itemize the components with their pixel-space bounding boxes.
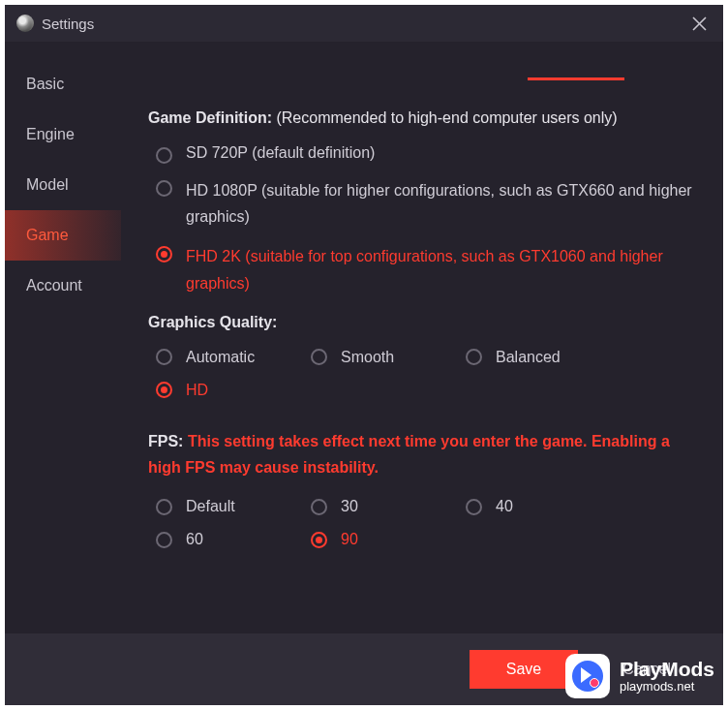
fps-options: Default 30 40 60 90 [148,498,694,564]
window-title: Settings [42,15,94,32]
radio-label: Default [186,498,235,515]
watermark-text: PlayMods playmods.net [620,659,714,694]
quality-options: Automatic Smooth Balanced HD [148,349,694,415]
tab-indicator [528,77,624,80]
titlebar: Settings [5,5,723,42]
definition-option-sd[interactable]: SD 720P (default definition) [148,144,694,164]
radio-label: 60 [186,531,203,548]
app-icon [16,15,34,32]
fps-title-text: FPS: [148,433,188,449]
quality-option-automatic[interactable]: Automatic [156,349,311,366]
radio-label: HD 1080P (suitable for higher configurat… [186,177,694,230]
radio-icon[interactable] [466,499,482,515]
content-panel: Game Definition: (Recommended to high-en… [121,42,723,705]
radio-icon[interactable] [156,180,172,197]
radio-label: HD [186,382,208,399]
watermark-sub: playmods.net [620,680,714,694]
fps-option-30[interactable]: 30 [311,498,466,515]
fps-note-text: This setting takes effect next time you … [148,433,670,476]
radio-label: Balanced [496,349,561,366]
sidebar-item-account[interactable]: Account [5,261,121,311]
definition-title-text: Game Definition: [148,109,276,126]
sidebar: Basic Engine Model Game Account [5,42,121,705]
watermark: PlayMods playmods.net [565,654,714,698]
sidebar-item-basic[interactable]: Basic [5,59,121,109]
close-icon[interactable] [686,11,712,36]
fps-option-90[interactable]: 90 [311,531,466,548]
radio-icon[interactable] [466,349,482,365]
fps-option-default[interactable]: Default [156,498,311,515]
watermark-title: PlayMods [620,659,714,680]
save-button[interactable]: Save [470,650,578,689]
radio-icon[interactable] [311,532,327,548]
titlebar-left: Settings [16,15,94,32]
sidebar-item-label: Game [26,227,69,244]
definition-option-hd[interactable]: HD 1080P (suitable for higher configurat… [148,177,694,230]
quality-option-balanced[interactable]: Balanced [466,349,621,366]
radio-icon[interactable] [156,349,172,365]
radio-label: FHD 2K (suitable for top configurations,… [186,243,694,295]
radio-label: Smooth [341,349,394,366]
radio-label: 90 [341,531,358,548]
quality-option-smooth[interactable]: Smooth [311,349,466,366]
sidebar-item-label: Model [26,176,69,194]
sidebar-item-label: Basic [26,76,64,93]
definition-option-fhd[interactable]: FHD 2K (suitable for top configurations,… [148,243,694,295]
sidebar-item-model[interactable]: Model [5,160,121,210]
radio-icon[interactable] [156,246,172,262]
section-title-quality: Graphics Quality: [148,314,694,331]
radio-icon[interactable] [311,499,327,515]
settings-window: Settings Basic Engine Model Game Account… [5,5,723,705]
radio-label: 40 [496,498,513,515]
section-title-definition: Game Definition: (Recommended to high-en… [148,109,694,127]
radio-icon[interactable] [311,349,327,365]
sidebar-item-label: Engine [26,126,75,143]
section-title-fps: FPS: This setting takes effect next time… [148,428,694,480]
sidebar-item-engine[interactable]: Engine [5,109,121,160]
fps-option-40[interactable]: 40 [466,498,621,515]
definition-subtitle-text: (Recommended to high-end computer users … [276,109,617,126]
radio-icon[interactable] [156,532,172,548]
fps-option-60[interactable]: 60 [156,531,311,548]
radio-icon[interactable] [156,382,172,398]
playmods-icon [565,654,610,698]
radio-label: SD 720P (default definition) [186,144,375,162]
sidebar-item-game[interactable]: Game [5,210,121,261]
radio-icon[interactable] [156,499,172,515]
radio-label: Automatic [186,349,255,366]
sidebar-item-label: Account [26,277,82,294]
quality-option-hd[interactable]: HD [156,382,311,399]
radio-icon[interactable] [156,147,172,164]
radio-label: 30 [341,498,358,515]
body-area: Basic Engine Model Game Account Game Def… [5,42,723,705]
